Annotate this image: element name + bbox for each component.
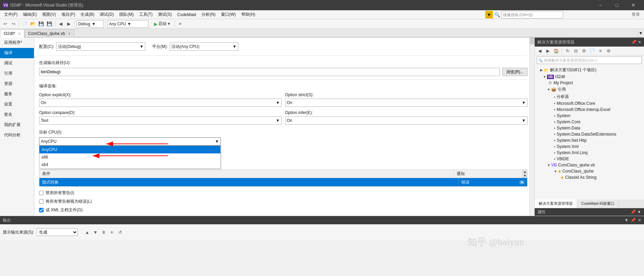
settings-btn[interactable]: ⚙	[605, 47, 612, 55]
showfiles-btn[interactable]: 📄	[588, 47, 596, 55]
menu-test[interactable]: 测试(S)	[155, 11, 174, 18]
output-btn1[interactable]: ▲	[83, 228, 91, 236]
sidebar-item-references[interactable]: 引用	[0, 68, 34, 79]
sidebar-item-settings[interactable]: 设置	[0, 99, 34, 110]
menu-view[interactable]: 视图(V)	[39, 11, 59, 18]
tree-comclass-file[interactable]: ▼ VB ComClass_qiuhe.vb	[535, 162, 644, 168]
maximize-button[interactable]: □	[609, 0, 625, 10]
tree-ref-system[interactable]: ▪ System	[535, 113, 644, 119]
start-button[interactable]: ▶ 启动 ▼	[152, 20, 173, 27]
tree-solution[interactable]: ▶ 📁 解决方案't32dll'(1 个项目)	[535, 66, 644, 74]
tree-ref-systemxml[interactable]: ▪ System.Xml	[535, 143, 644, 150]
quick-launch-input[interactable]	[501, 11, 563, 18]
platform-dropdown[interactable]: 活动(Any CPU) ▼	[170, 42, 238, 51]
output-path-input[interactable]	[39, 68, 500, 76]
tree-project[interactable]: ▼ VB t32dll	[535, 74, 644, 80]
properties-pin-btn[interactable]: 📌	[631, 210, 636, 214]
menu-file[interactable]: 文件(F)	[1, 11, 20, 18]
close-button[interactable]: ✕	[625, 0, 641, 10]
open-btn[interactable]: 📂	[29, 20, 37, 28]
output-btn5[interactable]: ↺	[116, 228, 124, 236]
refresh-btn[interactable]: ↻	[564, 47, 571, 55]
minimize-button[interactable]: −	[593, 0, 608, 10]
tree-ref-msofficeexcel[interactable]: ▪ Microsoft.Office.Interop.Excel	[535, 106, 644, 113]
output-close-btn[interactable]: ✕	[638, 218, 641, 223]
tree-ref-analyzer[interactable]: ▪ 分析器	[535, 93, 644, 100]
tab-codemaid[interactable]: CodeMaid 码挨窗口	[577, 200, 619, 208]
menu-debug[interactable]: 调试(D)	[97, 11, 117, 18]
panel-close-btn[interactable]: ✕	[638, 40, 641, 45]
cpu-option-anycpu[interactable]: AnyCPU	[39, 146, 220, 153]
output-btn3[interactable]: ⏸	[100, 228, 107, 236]
tree-ref-systemcore[interactable]: ▪ System.Core	[535, 119, 644, 125]
back-nav-btn[interactable]: ◀	[536, 47, 544, 55]
back-btn[interactable]: ◀	[57, 20, 64, 28]
more-btn[interactable]: ≡	[177, 20, 184, 28]
menu-tools[interactable]: 工具(T)	[136, 11, 155, 18]
tab-comclass-close[interactable]: ✕	[68, 32, 71, 35]
output-pin-btn[interactable]: 📌	[631, 218, 636, 223]
checkbox-xml-doc[interactable]	[39, 208, 44, 212]
tree-ref-systemdataext[interactable]: ▪ System.Data.DataSetExtensions	[535, 131, 644, 137]
signin-label[interactable]: 登录	[632, 12, 640, 17]
tab-scroll-btn[interactable]: ▼	[637, 29, 644, 37]
tab-comclass[interactable]: ComClass_qiuhe.vb ✕	[24, 29, 74, 37]
tree-myproject[interactable]: ⚙ My Project	[535, 80, 644, 86]
checkbox-treat-warnings[interactable]	[39, 199, 44, 204]
tree-ref-systemnethttp[interactable]: ▪ System.Net.Http	[535, 137, 644, 143]
sidebar-item-resources[interactable]: 资源	[0, 79, 34, 89]
sidebar-item-compile[interactable]: 编译	[0, 48, 34, 58]
output-btn2[interactable]: ▼	[92, 228, 99, 236]
new-btn[interactable]: 📄	[21, 20, 28, 28]
sidebar-item-myextensions[interactable]: 我的扩展	[0, 120, 34, 130]
redo-btn[interactable]: ↪	[10, 20, 17, 28]
menu-help[interactable]: 帮助(H)	[239, 11, 258, 18]
target-cpu-dropdown[interactable]: AnyCPU ▼	[39, 137, 221, 146]
sidebar-item-services[interactable]: 服务	[0, 89, 34, 99]
sidebar-item-codeanalysis[interactable]: 代码分析	[0, 130, 34, 140]
browse-button[interactable]: 浏览(R)...	[502, 68, 527, 76]
save-all-btn[interactable]: 💾	[46, 20, 53, 28]
menu-analyze[interactable]: 分析(N)	[199, 11, 218, 18]
tree-ref-vbide[interactable]: ▪ VBIDE	[535, 156, 644, 162]
save-btn[interactable]: 💾	[37, 20, 45, 28]
collapseall-btn[interactable]: ⊟	[572, 47, 580, 55]
menu-build[interactable]: 生成(B)	[78, 11, 97, 18]
menu-project[interactable]: 项目(P)	[59, 11, 78, 18]
tab-t32dll[interactable]: t32dll* ✕	[0, 29, 24, 38]
option-explicit-dropdown[interactable]: On ▼	[39, 99, 282, 107]
tree-references[interactable]: ▼ 📦 引用	[535, 86, 644, 93]
vertical-scrollbar[interactable]	[530, 38, 534, 216]
option-infer-dropdown[interactable]: On ▼	[285, 116, 528, 125]
output-collapse-btn[interactable]: ▼	[624, 218, 629, 223]
solution-search[interactable]: 🔍 搜索解决方案资源管理器(Ctrl+;)	[537, 57, 642, 64]
option-strict-dropdown[interactable]: On ▼	[285, 99, 528, 107]
config-dropdown[interactable]: 活动(Debug) ▼	[56, 42, 145, 51]
table-row-implicit[interactable]: 隐式转换 错误 ▼	[39, 178, 527, 186]
panel-pin-btn[interactable]: 📌	[631, 40, 636, 45]
cpu-dropdown[interactable]: Any CPU ▼	[107, 20, 148, 28]
table-scroll-down[interactable]: ▼	[523, 174, 527, 178]
home-btn[interactable]: 🏠	[552, 47, 560, 55]
tab-t32dll-close[interactable]: ✕	[18, 32, 21, 36]
cpu-option-x64[interactable]: x64	[39, 161, 220, 168]
cpu-option-x86[interactable]: x86	[39, 153, 220, 161]
sidebar-item-debug[interactable]: 调试	[0, 58, 34, 68]
sidebar-item-signing[interactable]: 签名	[0, 110, 34, 120]
tab-solution-explorer[interactable]: 解决方案资源管理器	[535, 200, 577, 208]
tree-classid-member[interactable]: ◈ ClassId As String	[535, 174, 644, 180]
tree-ref-msofficecore[interactable]: ▪ Microsoft.Office.Core	[535, 100, 644, 106]
menu-window[interactable]: 窗口(W)	[218, 11, 239, 18]
undo-btn[interactable]: ↩	[1, 20, 9, 28]
menu-team[interactable]: 团队(M)	[117, 11, 136, 18]
tree-comclass-class[interactable]: ▼ ◈ ComClass_qiuhe	[535, 168, 644, 174]
tree-ref-systemxmllinq[interactable]: ▪ System.Xml.Linq	[535, 150, 644, 156]
properties-btn[interactable]: ⚙	[580, 47, 588, 55]
menu-codemaid[interactable]: CodeMaid	[174, 11, 199, 18]
properties-expand-btn[interactable]: ▼	[637, 210, 641, 214]
menu-edit[interactable]: 编辑(E)	[20, 11, 39, 18]
sidebar-item-app[interactable]: 应用程序*	[0, 38, 34, 48]
debug-dropdown[interactable]: Debug ▼	[76, 20, 104, 28]
output-source-select[interactable]: 生成	[37, 228, 78, 236]
forward-nav-btn[interactable]: ▶	[544, 47, 552, 55]
